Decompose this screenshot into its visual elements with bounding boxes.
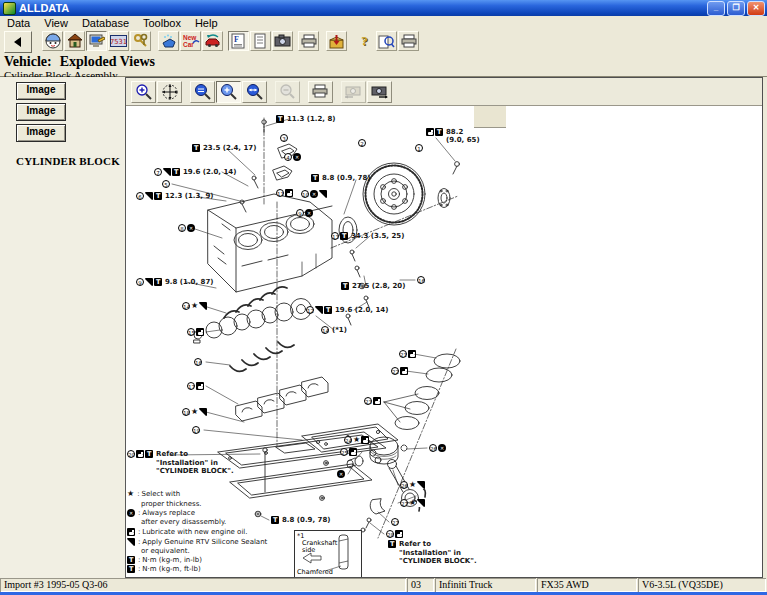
lcd-button[interactable]: 7531 xyxy=(108,31,129,51)
circled-number-icon: 16 xyxy=(417,276,425,284)
legend-row: or equivalent. xyxy=(141,547,190,555)
window-title: ALLDATA xyxy=(19,2,69,14)
logo-button[interactable] xyxy=(42,31,63,51)
preview-button[interactable] xyxy=(376,31,397,51)
circled-number-icon: 8 xyxy=(178,224,186,232)
alldata-window: ALLDATA _ ❐ ✕ Data View Database Toolbox… xyxy=(0,0,767,595)
circled-number-icon: 25 xyxy=(340,448,348,456)
oil-icon xyxy=(196,328,204,336)
prev-image-button[interactable] xyxy=(341,81,366,103)
diagram-callout: Refer to"Installation" in"CYLINDER BLOCK… xyxy=(388,540,477,566)
sidebar-label: CYLINDER BLOCK xyxy=(16,155,120,167)
oil-icon xyxy=(136,450,144,458)
legend-row: :N·m (kg-m, ft-lb) xyxy=(127,565,201,573)
status-bar: Import #3 1995-05 Q3-06 03 Infiniti Truc… xyxy=(0,578,767,592)
thickness-star-icon: ★ xyxy=(127,490,134,498)
home-button[interactable] xyxy=(64,31,85,51)
menu-data[interactable]: Data xyxy=(0,17,37,29)
circled-number-icon: 2 xyxy=(358,139,366,147)
pan-button[interactable] xyxy=(157,81,182,103)
image-button-3[interactable]: Image xyxy=(16,124,66,142)
diagram-callout: 9✕ xyxy=(296,209,314,217)
magnifier-page-icon xyxy=(378,34,395,49)
menu-view[interactable]: View xyxy=(37,17,75,29)
restore-button[interactable]: ❐ xyxy=(727,1,745,16)
zoom-window-button[interactable] xyxy=(216,81,241,103)
exploded-view-canvas[interactable]: 11.3 (1.2, 8)88.2(9.0, 65)1234✕23.5 (2.4… xyxy=(126,106,762,577)
menu-help[interactable]: Help xyxy=(188,17,225,29)
zoom-full-button[interactable] xyxy=(190,81,215,103)
thickness-star-icon: ★ xyxy=(409,499,416,507)
car-return-button[interactable] xyxy=(202,31,223,51)
menu-database[interactable]: Database xyxy=(75,17,136,29)
torque-icon xyxy=(154,192,162,200)
zoom-out-button[interactable] xyxy=(242,81,267,103)
import-box-icon xyxy=(328,34,345,49)
back-button[interactable] xyxy=(4,31,32,53)
close-button[interactable]: ✕ xyxy=(747,1,765,16)
oil-icon xyxy=(127,528,135,536)
circled-number-icon: 14 xyxy=(182,302,190,310)
keys-button[interactable] xyxy=(130,31,151,51)
wash-button[interactable] xyxy=(158,31,179,51)
camera-button[interactable] xyxy=(272,31,293,51)
diagram-callout: 16 xyxy=(417,276,426,284)
vehicle-select-button[interactable] xyxy=(86,31,107,51)
help-button[interactable]: ? xyxy=(354,31,375,51)
torque-icon xyxy=(324,306,332,314)
diagram-callout: 21 xyxy=(399,350,417,358)
menu-toolbox[interactable]: Toolbox xyxy=(136,17,188,29)
torque-icon xyxy=(435,128,443,136)
circled-number-icon: 4 xyxy=(284,153,292,161)
spray-hand-icon xyxy=(161,33,177,49)
circled-number-icon: 10 xyxy=(301,190,309,198)
torque-icon xyxy=(127,565,135,573)
circled-number-icon: 5 xyxy=(162,180,170,188)
circled-number-icon: 26 xyxy=(429,444,437,452)
ring-orientation-inset: *1 Crankshaft side Chamfered xyxy=(294,530,362,577)
print-button[interactable] xyxy=(298,31,319,51)
zoom-minus-button[interactable] xyxy=(275,81,300,103)
import-button[interactable] xyxy=(326,31,347,51)
torque-icon xyxy=(172,168,180,176)
circled-number-icon: 14 xyxy=(321,326,329,334)
back-arrow-icon xyxy=(12,36,24,48)
zoom-in-button[interactable] xyxy=(131,81,156,103)
diagram-callout: 26✕ xyxy=(429,444,447,452)
alldata-logo-icon xyxy=(45,33,61,49)
status-year: 03 xyxy=(407,578,434,592)
image-button-1[interactable]: Image xyxy=(16,82,66,100)
legend-row: :Apply Genuine RTV Silicone Sealant xyxy=(127,538,267,546)
inset-chamfered: Chamfered xyxy=(297,568,333,576)
diagram-print-button[interactable] xyxy=(308,81,333,103)
doc-button[interactable] xyxy=(250,31,271,51)
doc-f-button[interactable]: F xyxy=(228,31,249,51)
always-replace-icon: ✕ xyxy=(293,153,301,161)
next-image-button[interactable] xyxy=(367,81,392,103)
pan-icon xyxy=(161,83,179,101)
minimize-button[interactable]: _ xyxy=(707,1,725,16)
diagram-callout: 23.5 (2.4, 17) xyxy=(192,144,256,153)
image-button-2[interactable]: Image xyxy=(16,103,66,121)
torque-icon xyxy=(276,115,284,123)
diagram-callout: 27.5 (2.8, 20) xyxy=(341,282,405,291)
oil-icon xyxy=(400,367,408,375)
diagram-callout: 719.6 (2.0, 14) xyxy=(154,168,236,177)
always-replace-icon: ✕ xyxy=(187,224,195,232)
sealant-icon xyxy=(127,538,135,546)
circled-number-icon: 9 xyxy=(296,209,304,217)
circled-number-icon: 17 xyxy=(187,382,195,390)
circled-number-icon: 18 xyxy=(182,408,190,416)
title-bar[interactable]: ALLDATA _ ❐ ✕ xyxy=(0,0,767,16)
diagram-callout: 14★ xyxy=(182,302,208,310)
diagram-callout: 3 xyxy=(280,134,289,142)
sealant-icon xyxy=(145,278,153,286)
thickness-star-icon: ★ xyxy=(409,481,416,489)
camera-icon xyxy=(274,34,291,48)
circled-number-icon: 13 xyxy=(331,232,339,240)
sealant-icon xyxy=(145,192,153,200)
torque-icon xyxy=(145,450,153,458)
status-engine: V6-3.5L (VQ35DE) xyxy=(638,578,766,592)
print2-button[interactable] xyxy=(398,31,419,51)
new-car-button[interactable]: New Car xyxy=(180,31,201,51)
